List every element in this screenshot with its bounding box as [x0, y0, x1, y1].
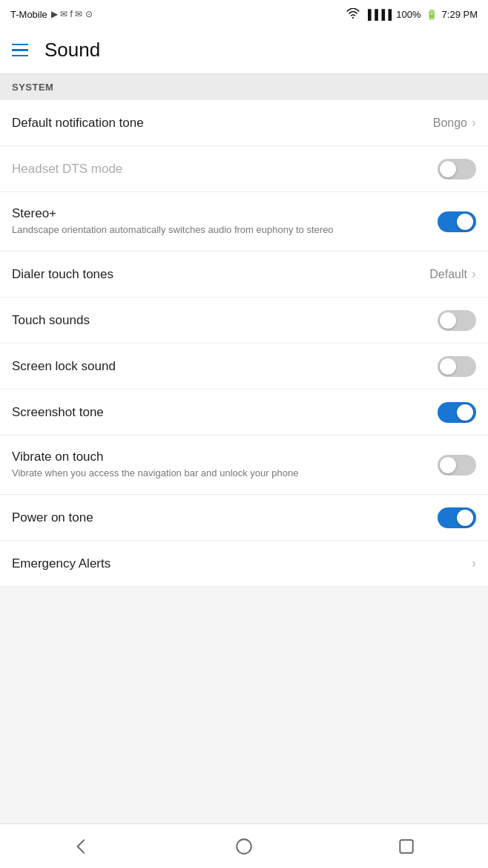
- setting-value: Default ›: [429, 266, 476, 282]
- power-on-tone-toggle[interactable]: [438, 507, 476, 528]
- screenshot-tone-toggle[interactable]: [438, 402, 476, 423]
- setting-sublabel: Landscape orientation automatically swit…: [12, 223, 429, 237]
- battery-icon: 🔋: [426, 9, 438, 20]
- settings-list: Default notification tone Bongo › Headse…: [0, 100, 488, 587]
- setting-label: Power on tone: [12, 510, 429, 525]
- touch-sounds-toggle[interactable]: [438, 310, 476, 331]
- time-label: 7:29 PM: [442, 9, 478, 20]
- screen-lock-sound-toggle[interactable]: [438, 356, 476, 377]
- stereo-plus-toggle[interactable]: [438, 211, 476, 232]
- carrier-icons: ▶ ✉ f ✉ ⊙: [51, 9, 93, 19]
- page-title: Sound: [44, 39, 100, 62]
- signal-icon: ▐▐▐▐: [364, 9, 392, 20]
- setting-label: Dialer touch tones: [12, 267, 421, 282]
- toggle-knob: [440, 358, 456, 375]
- toggle-knob: [457, 214, 473, 230]
- setting-label: Stereo+: [12, 206, 429, 221]
- home-icon: [234, 837, 254, 856]
- setting-item-vibrate-on-touch[interactable]: Vibrate on touch Vibrate when you access…: [0, 435, 488, 495]
- setting-label: Headset DTS mode: [12, 162, 429, 177]
- setting-value: ›: [472, 556, 476, 571]
- setting-item-emergency-alerts[interactable]: Emergency Alerts ›: [0, 541, 488, 587]
- headset-dts-mode-toggle[interactable]: [438, 159, 476, 180]
- setting-item-stereo-plus[interactable]: Stereo+ Landscape orientation automatica…: [0, 192, 488, 251]
- setting-label: Emergency Alerts: [12, 556, 463, 571]
- menu-button[interactable]: [12, 44, 28, 57]
- setting-value: Bongo ›: [433, 115, 476, 131]
- setting-label: Touch sounds: [12, 313, 429, 328]
- toggle-knob: [440, 457, 456, 473]
- content-wrapper: SYSTEM Default notification tone Bongo ›…: [0, 74, 488, 631]
- setting-item-headset-dts-mode[interactable]: Headset DTS mode: [0, 146, 488, 192]
- recents-icon: [397, 837, 416, 856]
- toolbar: Sound: [0, 27, 488, 74]
- nav-bar: [0, 823, 488, 868]
- status-right: ▐▐▐▐ 100% 🔋 7:29 PM: [346, 8, 478, 21]
- setting-item-dialer-touch-tones[interactable]: Dialer touch tones Default ›: [0, 251, 488, 297]
- toggle-knob: [440, 161, 456, 177]
- wifi-icon: [346, 8, 360, 21]
- setting-item-screen-lock-sound[interactable]: Screen lock sound: [0, 343, 488, 389]
- setting-label: Default notification tone: [12, 116, 424, 131]
- chevron-right-icon: ›: [472, 115, 476, 131]
- toggle-knob: [457, 510, 473, 526]
- back-button[interactable]: [59, 832, 104, 861]
- setting-item-default-notification-tone[interactable]: Default notification tone Bongo ›: [0, 100, 488, 146]
- setting-item-touch-sounds[interactable]: Touch sounds: [0, 297, 488, 343]
- setting-sublabel: Vibrate when you access the navigation b…: [12, 467, 429, 480]
- setting-item-power-on-tone[interactable]: Power on tone: [0, 495, 488, 541]
- section-header-system: SYSTEM: [0, 74, 488, 100]
- svg-point-0: [352, 16, 354, 18]
- battery-label: 100%: [396, 9, 421, 20]
- home-button[interactable]: [222, 832, 266, 861]
- carrier-label: T-Mobile: [10, 9, 47, 20]
- setting-item-screenshot-tone[interactable]: Screenshot tone: [0, 389, 488, 435]
- recents-button[interactable]: [384, 832, 429, 861]
- setting-label: Screenshot tone: [12, 405, 429, 420]
- vibrate-on-touch-toggle[interactable]: [438, 455, 476, 476]
- status-bar: T-Mobile ▶ ✉ f ✉ ⊙ ▐▐▐▐ 100% 🔋 7:29 PM: [0, 0, 488, 27]
- toggle-knob: [457, 404, 473, 421]
- status-left: T-Mobile ▶ ✉ f ✉ ⊙: [10, 9, 93, 20]
- chevron-right-icon: ›: [472, 266, 476, 282]
- chevron-right-icon: ›: [472, 556, 476, 571]
- svg-point-1: [237, 839, 251, 854]
- setting-label: Screen lock sound: [12, 359, 429, 374]
- toggle-knob: [440, 312, 456, 329]
- svg-rect-2: [400, 840, 413, 852]
- back-icon: [72, 837, 91, 856]
- setting-label: Vibrate on touch: [12, 450, 429, 464]
